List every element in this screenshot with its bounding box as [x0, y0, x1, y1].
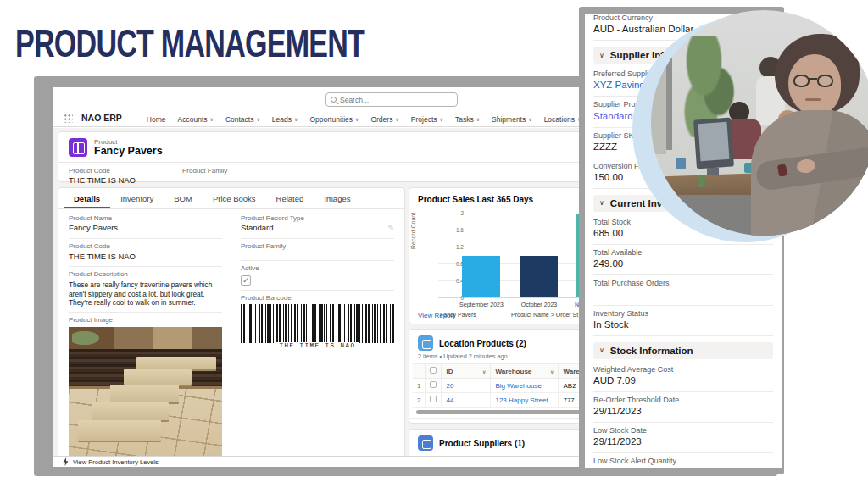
bar-september-2023[interactable] — [462, 256, 500, 298]
chevron-down-icon: ∨ — [395, 116, 398, 122]
chevron-down-icon: ∨ — [355, 116, 359, 122]
nav-item-tasks[interactable]: Tasks∨ — [449, 110, 486, 126]
chevron-down-icon: ∨ — [599, 347, 604, 354]
tab-related[interactable]: Related — [266, 188, 314, 208]
product-suppliers-icon — [418, 435, 433, 451]
field-active: Active ✓ — [241, 261, 394, 290]
id-link[interactable]: 20 — [446, 382, 453, 390]
nav-item-accounts[interactable]: Accounts∨ — [172, 110, 220, 126]
panel-field-weighted-average-cost: Weighted Average Cost AUD 7.09 — [593, 362, 773, 392]
row-checkbox[interactable] — [430, 381, 437, 388]
search-input[interactable] — [340, 96, 453, 104]
x-label: October 2023 — [509, 302, 569, 308]
office-team-photo — [651, 10, 868, 236]
record-tabs: Details Inventory BOM Price Books Relate… — [58, 188, 404, 209]
panel-field-low-stock-date: Low Stock Date 29/11/2023 — [593, 423, 773, 453]
edit-icon[interactable]: ✎ — [387, 223, 394, 233]
highlight-field: Product Family — [182, 167, 227, 186]
nav-item-opportunities[interactable]: Opportunities∨ — [303, 110, 364, 126]
select-all-checkbox[interactable] — [430, 367, 437, 374]
lightning-bolt-icon — [63, 458, 69, 466]
chevron-down-icon: ∨ — [440, 116, 443, 122]
bar-chart: 2 1.6 1.2 0.8 0.4 0 — [438, 214, 589, 298]
section-stock-information[interactable]: ∨ Stock Information — [593, 342, 773, 359]
product-suppliers-title: Product Suppliers (1) — [439, 439, 525, 448]
field-product-description: Product Description These are really fan… — [69, 267, 222, 313]
sort-icon[interactable]: ∨ — [550, 369, 554, 374]
y-tick: 1.2 — [447, 244, 464, 250]
warehouse-link[interactable]: 123 Happy Street — [495, 396, 548, 404]
nav-item-contacts[interactable]: Contacts∨ — [220, 110, 266, 126]
field-product-image: Product Image — [69, 313, 222, 467]
nav-item-shipments[interactable]: Shipments∨ — [486, 110, 538, 126]
product-record-icon — [69, 138, 87, 157]
chevron-down-icon: ∨ — [256, 116, 259, 122]
chevron-down-icon: ∨ — [528, 116, 531, 122]
product-image-stairs — [69, 327, 222, 467]
chevron-down-icon: ∨ — [599, 52, 604, 59]
y-tick: 0.8 — [447, 261, 464, 267]
y-tick: 1.6 — [447, 227, 464, 233]
view-report-link[interactable]: View Report — [418, 312, 454, 319]
row-checkbox[interactable] — [430, 396, 437, 402]
location-products-title: Location Products (2) — [439, 339, 526, 348]
field-product-barcode: Product Barcode THE TIME IS NAO — [241, 291, 394, 355]
nav-item-projects[interactable]: Projects∨ — [405, 110, 449, 126]
app-launcher-icon[interactable] — [64, 114, 73, 123]
chevron-down-icon: ∨ — [476, 116, 480, 122]
chevron-down-icon: ∨ — [294, 116, 298, 122]
active-checkbox[interactable]: ✓ — [241, 275, 251, 286]
check-icon: ✓ — [242, 276, 249, 285]
panel-field-reorder-threshold-date: Re-Order Threshold Date 29/11/2023 — [593, 392, 773, 423]
x-label: September 2023 — [452, 302, 511, 308]
nav-item-leads[interactable]: Leads∨ — [266, 110, 304, 126]
details-card: Details Inventory BOM Price Books Relate… — [58, 187, 405, 459]
preferred-supplier-link[interactable]: XYZ Paving — [593, 80, 645, 90]
utility-bar-label[interactable]: View Product Inventory Levels — [73, 458, 159, 466]
warehouse-link[interactable]: Big Warehouse — [495, 382, 541, 390]
record-title: Fancy Pavers — [94, 146, 163, 158]
field-product-record-type: Product Record Type ✎Standard — [241, 211, 394, 239]
y-tick: 0 — [447, 295, 464, 301]
panel-field-low-stock-alert-quantity: Low Stock Alert Quantity 50.00 — [593, 453, 773, 468]
bar-october-2023[interactable] — [520, 256, 558, 298]
panel-field-inventory-status: Inventory Status In Stock — [593, 306, 773, 336]
tab-bom[interactable]: BOM — [164, 188, 203, 208]
sort-icon[interactable]: ∨ — [482, 369, 486, 374]
nav-item-home[interactable]: Home — [141, 110, 172, 126]
global-search[interactable] — [326, 92, 458, 107]
search-icon — [331, 97, 337, 103]
id-link[interactable]: 44 — [446, 396, 453, 404]
page-title: PRODUCT MANAGEMENT — [15, 20, 364, 66]
field-product-code: Product Code THE TIME IS NAO — [69, 239, 222, 267]
tab-details[interactable]: Details — [64, 188, 110, 208]
chart-card: Product Sales Last 365 Days Record Count… — [409, 187, 598, 324]
tab-inventory[interactable]: Inventory — [110, 188, 164, 208]
panel-field-total-available: Total Available 249.00 — [593, 245, 773, 275]
highlight-field: Product Code THE TIME IS NAO — [69, 167, 136, 186]
nav-item-orders[interactable]: Orders∨ — [364, 110, 404, 126]
tab-images[interactable]: Images — [314, 188, 360, 208]
chart-title: Product Sales Last 365 Days — [409, 188, 597, 204]
chart-y-axis-label: Record Count — [410, 213, 416, 249]
app-brand: NAO ERP — [81, 113, 122, 123]
chart-axis-note: Product Name > Order St — [511, 312, 578, 318]
chevron-down-icon: ∨ — [599, 199, 604, 207]
field-product-name: Product Name Fancy Pavers — [69, 211, 222, 239]
y-tick: 0.4 — [447, 278, 464, 284]
tab-price-books[interactable]: Price Books — [203, 188, 266, 208]
y-tick: 2 — [447, 210, 464, 216]
panel-field-total-purchase-orders: Total Purchase Orders — [593, 275, 773, 305]
chevron-down-icon: ∨ — [210, 116, 214, 122]
barcode-text: THE TIME IS NAO — [276, 342, 358, 349]
location-products-icon — [418, 336, 433, 351]
field-product-family: Product Family — [241, 239, 394, 261]
